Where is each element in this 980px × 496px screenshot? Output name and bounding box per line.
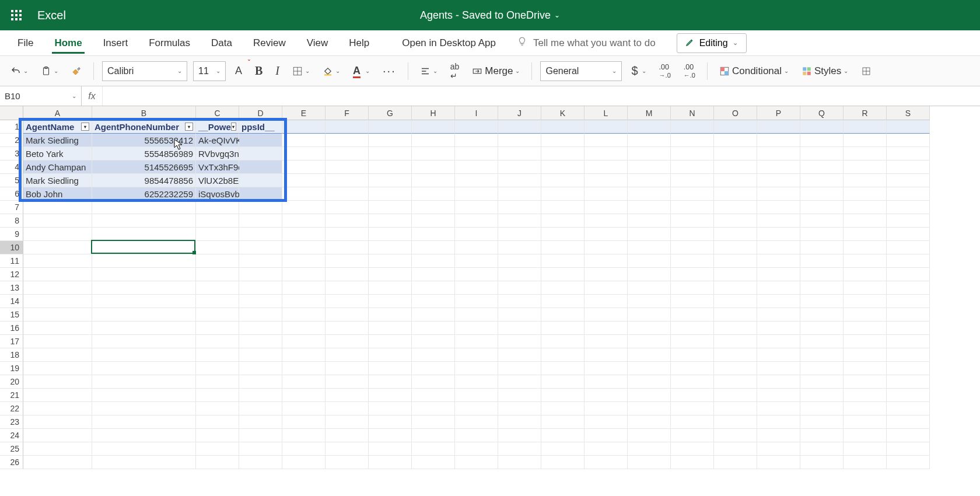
- cell-K21[interactable]: [541, 389, 584, 402]
- cell-D23[interactable]: [239, 415, 282, 429]
- cell-G21[interactable]: [369, 389, 412, 402]
- cell-Q12[interactable]: [800, 268, 844, 281]
- cell-H21[interactable]: [412, 389, 455, 402]
- cell-I14[interactable]: [455, 295, 498, 308]
- cell-M12[interactable]: [628, 268, 671, 281]
- cell-N1[interactable]: [671, 120, 714, 134]
- cell-O8[interactable]: [714, 214, 757, 228]
- cell-O20[interactable]: [714, 375, 757, 389]
- row-header-7[interactable]: 7: [0, 201, 23, 214]
- cell-P8[interactable]: [757, 214, 800, 228]
- column-header-B[interactable]: B: [92, 106, 196, 120]
- cell-G15[interactable]: [369, 308, 412, 322]
- cell-D26[interactable]: [239, 456, 282, 469]
- cell-B9[interactable]: [92, 228, 196, 241]
- cell-R10[interactable]: [844, 241, 887, 254]
- cell-G25[interactable]: [369, 442, 412, 456]
- cell-J7[interactable]: [498, 201, 541, 214]
- row-header-10[interactable]: 10: [0, 241, 23, 254]
- cell-C18[interactable]: [196, 348, 239, 362]
- cell-H26[interactable]: [412, 456, 455, 469]
- cell-Q23[interactable]: [800, 415, 844, 429]
- cell-M26[interactable]: [628, 456, 671, 469]
- column-header-O[interactable]: O: [714, 106, 757, 120]
- cell-G1[interactable]: [369, 120, 412, 134]
- cell-E6[interactable]: [282, 187, 326, 201]
- cell-J14[interactable]: [498, 295, 541, 308]
- cell-B7[interactable]: [92, 201, 196, 214]
- row-header-4[interactable]: 4: [0, 160, 23, 174]
- cell-E25[interactable]: [282, 442, 326, 456]
- tell-me-search[interactable]: Tell me what you want to do: [506, 36, 666, 50]
- cell-B3[interactable]: 5554856989: [92, 147, 196, 160]
- cell-H17[interactable]: [412, 335, 455, 348]
- cell-J26[interactable]: [498, 456, 541, 469]
- cell-F23[interactable]: [326, 415, 369, 429]
- cell-L25[interactable]: [584, 442, 628, 456]
- cell-C23[interactable]: [196, 415, 239, 429]
- cell-Q3[interactable]: [800, 147, 844, 160]
- row-header-26[interactable]: 26: [0, 456, 23, 469]
- cell-R4[interactable]: [844, 160, 887, 174]
- row-header-16[interactable]: 16: [0, 322, 23, 335]
- cell-Q22[interactable]: [800, 402, 844, 415]
- cell-O3[interactable]: [714, 147, 757, 160]
- cell-G22[interactable]: [369, 402, 412, 415]
- borders-button[interactable]: ⌄: [289, 64, 313, 79]
- cell-L19[interactable]: [584, 362, 628, 375]
- cell-F6[interactable]: [326, 187, 369, 201]
- cell-C15[interactable]: [196, 308, 239, 322]
- cell-C13[interactable]: [196, 281, 239, 295]
- cell-M8[interactable]: [628, 214, 671, 228]
- cell-M4[interactable]: [628, 160, 671, 174]
- cell-S17[interactable]: [887, 335, 930, 348]
- row-header-2[interactable]: 2: [0, 134, 23, 147]
- cell-N26[interactable]: [671, 456, 714, 469]
- cell-E12[interactable]: [282, 268, 326, 281]
- cell-J22[interactable]: [498, 402, 541, 415]
- cell-D21[interactable]: [239, 389, 282, 402]
- cell-A5[interactable]: Mark Siedling: [23, 174, 92, 187]
- cell-P20[interactable]: [757, 375, 800, 389]
- cell-H13[interactable]: [412, 281, 455, 295]
- cell-D17[interactable]: [239, 335, 282, 348]
- cell-S14[interactable]: [887, 295, 930, 308]
- cell-J23[interactable]: [498, 415, 541, 429]
- cell-B23[interactable]: [92, 415, 196, 429]
- cell-L14[interactable]: [584, 295, 628, 308]
- cell-A25[interactable]: [23, 442, 92, 456]
- cell-I4[interactable]: [455, 160, 498, 174]
- cell-K26[interactable]: [541, 456, 584, 469]
- cell-G18[interactable]: [369, 348, 412, 362]
- wrap-text-button[interactable]: ab↵: [447, 60, 463, 83]
- cell-M7[interactable]: [628, 201, 671, 214]
- cell-D1[interactable]: ppsId__: [239, 120, 282, 134]
- cell-H24[interactable]: [412, 429, 455, 442]
- tab-insert[interactable]: Insert: [93, 32, 139, 55]
- cell-A12[interactable]: [23, 268, 92, 281]
- cell-N23[interactable]: [671, 415, 714, 429]
- conditional-formatting-button[interactable]: Conditional ⌄: [716, 63, 792, 79]
- cell-H6[interactable]: [412, 187, 455, 201]
- cell-R8[interactable]: [844, 214, 887, 228]
- cell-I10[interactable]: [455, 241, 498, 254]
- cell-F17[interactable]: [326, 335, 369, 348]
- cell-D5[interactable]: [239, 174, 282, 187]
- cell-C25[interactable]: [196, 442, 239, 456]
- cell-I16[interactable]: [455, 322, 498, 335]
- cell-G7[interactable]: [369, 201, 412, 214]
- cell-P11[interactable]: [757, 254, 800, 268]
- cell-J20[interactable]: [498, 375, 541, 389]
- cell-M23[interactable]: [628, 415, 671, 429]
- cell-P4[interactable]: [757, 160, 800, 174]
- cell-I3[interactable]: [455, 147, 498, 160]
- cell-M16[interactable]: [628, 322, 671, 335]
- cell-N14[interactable]: [671, 295, 714, 308]
- cell-F19[interactable]: [326, 362, 369, 375]
- cell-S11[interactable]: [887, 254, 930, 268]
- cell-L4[interactable]: [584, 160, 628, 174]
- cell-O12[interactable]: [714, 268, 757, 281]
- cell-D13[interactable]: [239, 281, 282, 295]
- cell-J13[interactable]: [498, 281, 541, 295]
- cell-N18[interactable]: [671, 348, 714, 362]
